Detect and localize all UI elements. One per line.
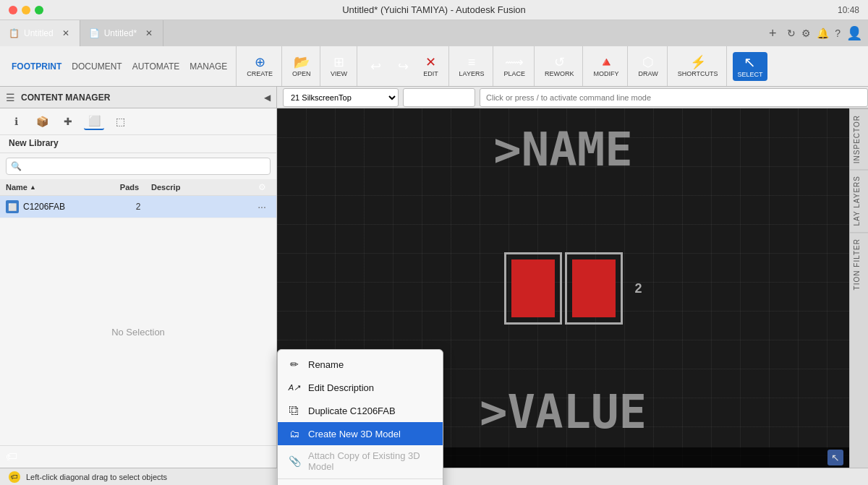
tab1-close-icon[interactable]: ✕ (61, 28, 71, 38)
manage-tab-btn[interactable]: MANAGE (185, 59, 231, 74)
sidebar-icon-toolbar: ℹ 📦 ✚ ⬜ ⬚ (0, 108, 276, 135)
use-placeholder-menu-item[interactable]: ✔ Use Placeholder (278, 481, 443, 485)
sidebar-bottom: 🏷 (0, 445, 276, 468)
layer-select[interactable]: 21 SilkscreenTop (283, 88, 399, 107)
shortcuts-button[interactable]: ⚡ SHORTCUTS (673, 53, 723, 80)
right-panels: INSPECTOR LAY LAYERS TION FILTER (849, 108, 868, 468)
modify-label: MODIFY (593, 70, 618, 77)
help-icon[interactable]: ? (835, 27, 841, 39)
shortcuts-icon: ⚡ (690, 56, 706, 69)
edit-description-menu-item[interactable]: A↗ Edit Description (278, 376, 443, 399)
redo-icon: ↪ (398, 60, 409, 73)
cursor-tool-button[interactable]: ↖ (827, 450, 843, 465)
modify-button[interactable]: 🔺 MODIFY (589, 53, 623, 80)
toolbar: FOOTPRINT DOCUMENT AUTOMATE MANAGE ⊕ CRE… (0, 46, 868, 87)
select-button[interactable]: ↖ SELECT (733, 52, 767, 81)
minimize-button[interactable] (22, 6, 30, 14)
footprint-name-label: >NAME (493, 123, 633, 176)
edit-group: ↩ ↪ ✕ EDIT (359, 46, 449, 86)
maximize-button[interactable] (35, 6, 43, 14)
layers-button[interactable]: ≡ LAYERS (455, 53, 489, 80)
tab-untitled-modified[interactable]: 📄 Untitled* ✕ (80, 20, 163, 46)
tag-icon[interactable]: 🏷 (6, 450, 17, 463)
settings-column-header[interactable]: ⚙ (253, 182, 271, 192)
document-tab-btn[interactable]: DOCUMENT (67, 59, 126, 74)
pads-column-header: Pads (108, 183, 151, 192)
command-input[interactable] (480, 88, 868, 107)
plus-sidebar-icon[interactable]: ✚ (58, 113, 78, 130)
status-icon[interactable]: 🏷 (9, 471, 20, 483)
bell-icon[interactable]: 🔔 (817, 27, 829, 39)
attach-copy-icon: 📎 (288, 455, 301, 468)
view-group: ⊞ VIEW (322, 46, 357, 86)
create-button[interactable]: ⊕ CREATE (242, 53, 277, 80)
rename-icon: ✏ (288, 358, 301, 371)
draw-label: DRAW (638, 70, 658, 77)
automate-tab-btn[interactable]: AUTOMATE (128, 59, 184, 74)
place-label: PLACE (503, 70, 525, 77)
tab2-close-icon[interactable]: ✕ (144, 28, 154, 38)
open-button[interactable]: 📂 OPEN (288, 53, 315, 80)
tab-untitled[interactable]: 📋 Untitled ✕ (0, 20, 80, 46)
duplicate-menu-item[interactable]: ⿻ Duplicate C1206FAB (278, 399, 443, 422)
layers-group: ≡ LAYERS (451, 46, 494, 86)
place-button[interactable]: ⟿ PLACE (499, 53, 529, 80)
more-options-icon[interactable]: ··· (253, 201, 271, 213)
footprint-sidebar-icon[interactable]: ⬜ (84, 113, 104, 130)
filter-panel-label[interactable]: TION FILTER (850, 232, 868, 296)
library-sidebar-icon[interactable]: 📦 (32, 113, 52, 130)
automate-tab-icon: AUTOMATE (132, 62, 180, 71)
tab-bar: 📋 Untitled ✕ 📄 Untitled* ✕ + ↻ ⚙ 🔔 ? 👤 (0, 20, 868, 46)
no-selection-text: No Selection (111, 327, 165, 338)
layers-icon: ≡ (468, 56, 476, 69)
attach-copy-menu-item[interactable]: 📎 Attach Copy of Existing 3D Model (278, 445, 443, 477)
footprint-tab-btn[interactable]: FOOTPRINT (7, 59, 66, 74)
rework-icon: ↺ (554, 56, 565, 69)
search-input[interactable] (25, 162, 265, 171)
edit-button[interactable]: ✕ EDIT (418, 53, 444, 80)
canvas-tools-right: ↖ (827, 450, 843, 465)
pad-right: 2 (565, 252, 623, 325)
rename-menu-item[interactable]: ✏ Rename (278, 353, 443, 376)
add-tab-button[interactable]: + (764, 26, 781, 41)
footprint-tab-icon: FOOTPRINT (12, 62, 61, 71)
window-controls[interactable] (9, 6, 43, 14)
sort-icon: ▲ (30, 184, 36, 191)
pad-container: 2 (504, 252, 623, 325)
name-column-header: Name ▲ (6, 183, 108, 192)
pad-left (504, 252, 562, 325)
status-text: Left-click diagonal drag to select objec… (26, 473, 167, 481)
close-button[interactable] (9, 6, 17, 14)
collapse-icon[interactable]: ◀ (264, 93, 271, 103)
footprint-name-cell: C1206FAB (23, 202, 116, 212)
undo-button[interactable]: ↩ (363, 57, 389, 76)
row-icon: ⬜ (6, 200, 19, 213)
draw-button[interactable]: ⬡ DRAW (634, 53, 662, 80)
rework-button[interactable]: ↺ REWORK (540, 53, 579, 80)
manage-tab-icon: MANAGE (190, 62, 227, 71)
tab1-icon: 📋 (9, 28, 20, 38)
pad-number-label: 2 (634, 280, 642, 296)
redo-button[interactable]: ↪ (391, 57, 417, 76)
footprint-value-label: >VALUE (480, 385, 647, 439)
draw-group: ⬡ DRAW (629, 46, 667, 86)
menu-separator (278, 478, 443, 479)
edit-description-label: Edit Description (308, 382, 374, 393)
info-sidebar-icon[interactable]: ℹ (6, 113, 26, 130)
select-label: SELECT (737, 71, 762, 78)
avatar-icon[interactable]: 👤 (846, 25, 862, 41)
view-button[interactable]: ⊞ VIEW (326, 53, 352, 80)
view-icon: ⊞ (333, 56, 344, 69)
create-3d-menu-item[interactable]: 🗂 Create New 3D Model (278, 422, 443, 445)
open-icon: 📂 (294, 56, 310, 69)
lay-layers-panel-label[interactable]: LAY LAYERS (850, 169, 868, 231)
inspector-panel-label[interactable]: INSPECTOR (850, 108, 868, 169)
refresh-icon[interactable]: ↻ (787, 27, 796, 39)
document-tab-icon: DOCUMENT (72, 62, 122, 71)
table-row[interactable]: ⬜ C1206FAB 2 ··· (0, 196, 276, 218)
context-menu: ✏ Rename A↗ Edit Description ⿻ Duplicate… (277, 349, 443, 485)
sidebar-toggle-icon[interactable]: ☰ (6, 92, 15, 103)
model-sidebar-icon[interactable]: ⬚ (110, 113, 130, 130)
settings-icon[interactable]: ⚙ (801, 27, 811, 39)
table-header: Name ▲ Pads Descrip ⚙ (0, 179, 276, 196)
